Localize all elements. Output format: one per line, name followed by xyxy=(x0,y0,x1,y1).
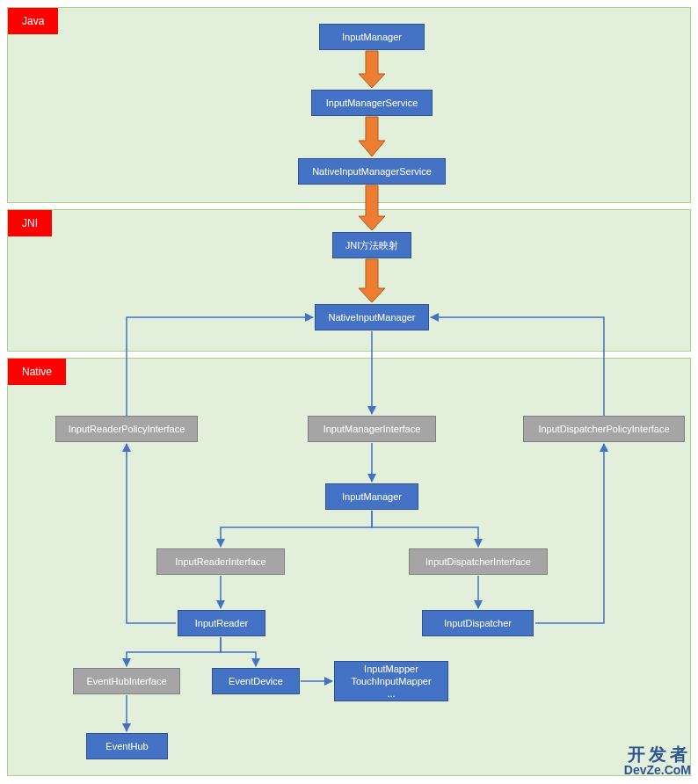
box-event-hub-interface: EventHubInterface xyxy=(73,668,180,694)
box-native-input-manager-service: NativeInputManagerService xyxy=(298,158,446,185)
box-jni-method-map: JNI方法映射 xyxy=(332,232,411,258)
box-native-input-manager: NativeInputManager xyxy=(315,304,429,330)
box-event-device: EventDevice xyxy=(212,668,300,694)
box-input-manager-service: InputManagerService xyxy=(311,90,433,116)
box-input-dispatcher: InputDispatcher xyxy=(422,610,534,636)
box-input-manager: InputManager xyxy=(325,483,418,510)
box-input-reader: InputReader xyxy=(178,610,265,636)
input-mapper-text: InputMapper TouchInputMapper ... xyxy=(351,663,431,701)
section-label-jni: JNI xyxy=(8,210,52,236)
box-input-manager-interface: InputManagerInterface xyxy=(308,416,436,442)
section-label-java: Java xyxy=(8,8,58,34)
section-label-native: Native xyxy=(8,359,66,385)
watermark-en: DevZe.CoM xyxy=(624,764,691,777)
box-input-dispatcher-interface: InputDispatcherInterface xyxy=(409,548,548,575)
box-event-hub: EventHub xyxy=(86,733,168,759)
watermark-cn: 开发者 xyxy=(624,744,691,764)
watermark: 开发者 DevZe.CoM xyxy=(624,744,691,777)
box-input-manager-top: InputManager xyxy=(319,24,425,50)
box-input-dispatcher-policy-interface: InputDispatcherPolicyInterface xyxy=(523,416,685,442)
box-input-reader-interface: InputReaderInterface xyxy=(156,548,285,575)
box-input-reader-policy-interface: InputReaderPolicyInterface xyxy=(55,416,198,442)
box-input-mapper: InputMapper TouchInputMapper ... xyxy=(334,661,448,701)
